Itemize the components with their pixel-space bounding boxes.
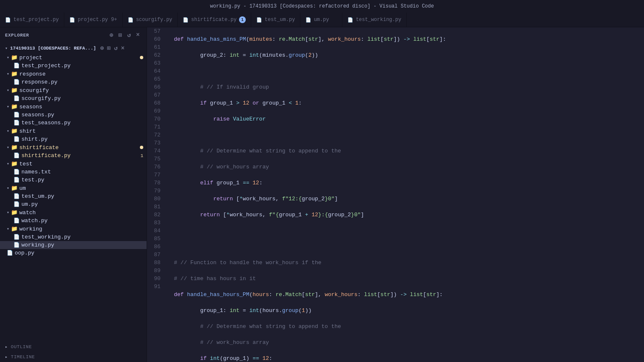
timeline-label: TIMELINE bbox=[11, 354, 35, 359]
line-num: 88 bbox=[150, 259, 160, 267]
folder-response[interactable]: ▾ 📁 response bbox=[0, 70, 147, 78]
folder-label: watch bbox=[19, 210, 36, 216]
collapse-icon[interactable]: × bbox=[121, 45, 124, 52]
file-label: response.py bbox=[21, 79, 58, 85]
file-response[interactable]: 📄 response.py bbox=[0, 78, 147, 86]
folder-shirt[interactable]: ▾ 📁 shirt bbox=[0, 127, 147, 135]
code-line-62: # // If invalid group bbox=[174, 83, 637, 91]
folder-label: shirtificate bbox=[19, 144, 59, 151]
file-label: test_project.py bbox=[21, 63, 71, 69]
file-watch[interactable]: 📄 watch.py bbox=[0, 217, 147, 225]
folder-icon: 📁 bbox=[11, 71, 18, 77]
modified-badge bbox=[140, 56, 143, 59]
new-folder-btn[interactable]: ⊞ bbox=[117, 31, 124, 39]
file-icon: 📄 bbox=[13, 63, 20, 69]
tab-project[interactable]: 📄 project.py 9+ bbox=[64, 13, 123, 27]
sidebar: EXPLORER ⊕ ⊞ ↺ × ▾ 174190313 [CODESPACES… bbox=[0, 27, 147, 362]
line-num: 80 bbox=[150, 195, 160, 203]
folder-icon: 📁 bbox=[11, 144, 18, 151]
code-line-63: if group_1 > 12 or group_1 < 1: bbox=[174, 99, 637, 107]
line-num: 77 bbox=[150, 171, 160, 179]
line-num: 61 bbox=[150, 43, 160, 51]
file-label: um.py bbox=[21, 201, 38, 207]
line-num: 73 bbox=[150, 139, 160, 147]
tab-icon: 📄 bbox=[5, 17, 11, 23]
file-test_project[interactable]: 📄 test_project.py bbox=[0, 62, 147, 70]
sidebar-actions: ⊕ ⊞ ↺ × bbox=[108, 31, 142, 39]
folder-label: response bbox=[19, 71, 45, 77]
line-num: 86 bbox=[150, 243, 160, 251]
new-file-btn[interactable]: ⊕ bbox=[108, 31, 115, 39]
new-folder-icon[interactable]: ⊞ bbox=[107, 45, 110, 52]
chevron-down-icon: ▾ bbox=[5, 46, 8, 51]
tab-um[interactable]: 📄 um.py bbox=[300, 13, 342, 27]
line-num: 68 bbox=[150, 99, 160, 107]
folder-working[interactable]: ▾ 📁 working bbox=[0, 225, 147, 233]
line-num: 57 bbox=[150, 27, 160, 35]
chevron-down-icon: ▾ bbox=[7, 226, 9, 231]
line-num: 74 bbox=[150, 147, 160, 155]
file-icon: 📄 bbox=[7, 250, 13, 256]
line-num: 84 bbox=[150, 227, 160, 235]
folder-scourgify[interactable]: ▾ 📁 scourgify bbox=[0, 86, 147, 94]
line-num: 66 bbox=[150, 83, 160, 91]
folder-um[interactable]: ▾ 📁 um bbox=[0, 184, 147, 192]
file-um[interactable]: 📄 um.py bbox=[0, 200, 147, 208]
tab-icon: 📄 bbox=[347, 17, 353, 23]
tab-test_working[interactable]: 📄 test_working.py bbox=[342, 13, 407, 27]
folder-shirtificate[interactable]: ▾ 📁 shirtificate bbox=[0, 143, 147, 152]
file-scourgify[interactable]: 📄 scourgify.py bbox=[0, 94, 147, 102]
file-shirt[interactable]: 📄 shirt.py bbox=[0, 135, 147, 143]
file-shirtificate[interactable]: 📄 shirtificate.py 1 bbox=[0, 152, 147, 160]
file-working[interactable]: 📄 working.py bbox=[0, 241, 147, 249]
new-file-icon[interactable]: ⊕ bbox=[100, 45, 104, 52]
file-label: test.py bbox=[21, 177, 45, 183]
folder-project[interactable]: ▾ 📁 project bbox=[0, 53, 147, 62]
file-label: scourgify.py bbox=[21, 95, 61, 102]
file-test[interactable]: 📄 test.py bbox=[0, 176, 147, 184]
outline-section[interactable]: ▸ OUTLINE bbox=[0, 342, 147, 352]
git-badge: 1 bbox=[140, 153, 143, 158]
file-icon: 📄 bbox=[13, 169, 20, 175]
sidebar-header: EXPLORER ⊕ ⊞ ↺ × bbox=[0, 27, 147, 43]
refresh-btn[interactable]: ↺ bbox=[126, 31, 133, 39]
folder-watch[interactable]: ▾ 📁 watch bbox=[0, 208, 147, 217]
timeline-section[interactable]: ▸ TIMELINE bbox=[0, 352, 147, 362]
outline-label: OUTLINE bbox=[11, 344, 32, 349]
file-oop[interactable]: 📄 oop.py bbox=[0, 249, 147, 257]
line-numbers: 57 60 61 62 63 64 65 66 67 68 69 70 71 7… bbox=[147, 27, 167, 362]
folder-label: working bbox=[19, 226, 42, 232]
file-label: test_um.py bbox=[21, 193, 54, 199]
tab-scourgify[interactable]: 📄 scourgify.py bbox=[123, 13, 178, 27]
file-test_um[interactable]: 📄 test_um.py bbox=[0, 192, 147, 200]
folder-label: project bbox=[19, 55, 42, 61]
tab-icon: 📄 bbox=[69, 17, 75, 23]
file-icon: 📄 bbox=[13, 152, 20, 159]
line-num: 75 bbox=[150, 155, 160, 163]
folder-label: um bbox=[19, 185, 26, 191]
refresh-icon[interactable]: ↺ bbox=[114, 45, 118, 52]
tab-test_um[interactable]: 📄 test_um.py bbox=[251, 13, 300, 27]
tab-test_project[interactable]: 📄 test_project.py bbox=[0, 13, 64, 27]
file-test_seasons[interactable]: 📄 test_seasons.py bbox=[0, 119, 147, 127]
line-num: 78 bbox=[150, 179, 160, 187]
folder-test[interactable]: ▾ 📁 test bbox=[0, 160, 147, 168]
tab-shirtificate[interactable]: 📄 shirtificate.py 1 bbox=[178, 13, 251, 27]
file-label: working.py bbox=[21, 242, 54, 248]
chevron-down-icon: ▾ bbox=[7, 129, 9, 134]
code-line-79: if int(group_1) == 12: bbox=[174, 354, 637, 362]
editor[interactable]: 57 60 61 62 63 64 65 66 67 68 69 70 71 7… bbox=[147, 27, 644, 362]
workspace-name[interactable]: ▾ 174190313 [CODESPACES: REFA...] ⊕ ⊞ ↺ … bbox=[0, 43, 147, 53]
title-text: working.py - 174190313 [Codespaces: refa… bbox=[210, 3, 434, 9]
file-seasons[interactable]: 📄 seasons.py bbox=[0, 111, 147, 119]
code-content: def handle_has_mins_PM(minutes: re.Match… bbox=[167, 27, 644, 362]
folder-icon: 📁 bbox=[11, 87, 18, 94]
file-names[interactable]: 📄 names.txt bbox=[0, 168, 147, 176]
tab-badge: 1 bbox=[239, 16, 246, 23]
file-test_working[interactable]: 📄 test_working.py bbox=[0, 233, 147, 241]
chevron-down-icon: ▾ bbox=[7, 55, 9, 60]
line-num: 72 bbox=[150, 131, 160, 139]
folder-seasons[interactable]: ▾ 📁 seasons bbox=[0, 102, 147, 111]
file-label: shirtificate.py bbox=[21, 152, 71, 159]
collapse-btn[interactable]: × bbox=[134, 31, 142, 39]
